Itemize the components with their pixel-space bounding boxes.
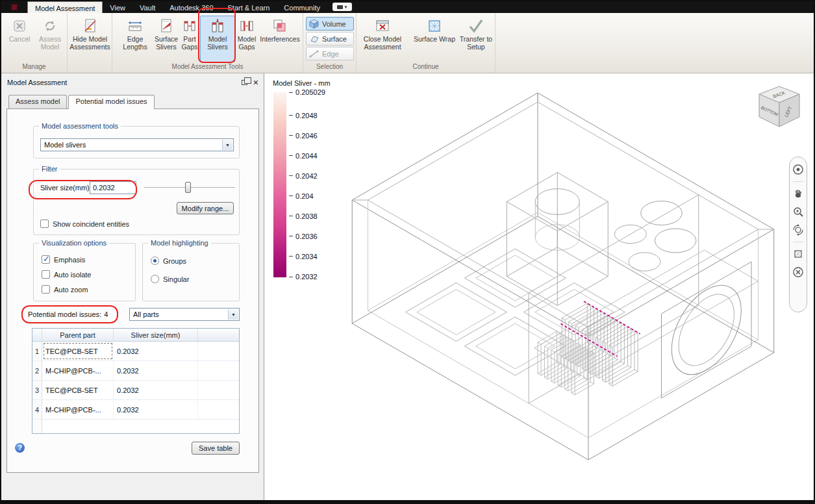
cell-parent-part[interactable]: TEC@PCB-SET xyxy=(42,342,114,360)
sliver-size-slider[interactable] xyxy=(144,182,235,193)
header-parent-part[interactable]: Parent part xyxy=(42,329,114,341)
save-table-button[interactable]: Save table xyxy=(192,442,240,455)
auto-zoom-checkbox[interactable] xyxy=(42,285,50,294)
emphasis-checkbox[interactable] xyxy=(42,255,50,264)
auto-isolate-checkbox[interactable] xyxy=(42,270,50,279)
sliver-size-input[interactable] xyxy=(90,181,136,194)
hide-model-assessments-button[interactable]: Hide Model Assessments xyxy=(69,16,111,62)
ribbon-tab-autodesk-360[interactable]: Autodesk 360 xyxy=(162,1,220,13)
cell-parent-part[interactable]: M-CHIP@PCB-... xyxy=(42,400,114,419)
cell-empty xyxy=(198,361,239,380)
show-coincident-checkbox[interactable] xyxy=(40,220,49,228)
panel-page: Model assessment tools Model slivers ▼ F… xyxy=(6,108,259,473)
ribbon: Cancel Assess Model Manage Hide Model As… xyxy=(1,13,814,73)
assessment-tool-dropdown[interactable]: Model slivers ▼ xyxy=(40,138,234,151)
navigation-wheel-icon[interactable] xyxy=(792,163,805,176)
ribbon-tab-community[interactable]: Community xyxy=(277,1,327,13)
surface-wrap-icon xyxy=(426,18,443,34)
ribbon-tab-start-learn[interactable]: Start & Learn xyxy=(221,1,277,13)
surface-slivers-icon xyxy=(158,18,175,34)
row-number: 3 xyxy=(32,381,42,399)
table-row[interactable]: 1TEC@PCB-SET0.2032 xyxy=(32,342,239,361)
slider-thumb[interactable] xyxy=(185,182,191,193)
table-row[interactable]: 2M-CHIP@PCB-...0.2032 xyxy=(32,361,239,381)
group-filter: Filter Sliver size(mm) Modify range... S… xyxy=(33,169,240,235)
model-gaps-button[interactable]: Model Gaps xyxy=(236,16,258,62)
application-button[interactable] xyxy=(1,1,27,13)
navigation-bar xyxy=(789,157,807,312)
cancel-icon xyxy=(11,18,28,34)
ribbon-tab-model-assessment[interactable]: Model Assessment xyxy=(27,1,103,13)
selection-volume-button[interactable]: Volume xyxy=(306,17,354,31)
ribbon-group-selection: Volume Surface Edge Selection xyxy=(303,13,357,73)
legend-tick: 0.2046 xyxy=(289,132,318,140)
surface-icon xyxy=(309,34,319,44)
cell-sliver-size: 0.2032 xyxy=(114,361,198,380)
view-cube[interactable]: BACK BOTTOM LEFT xyxy=(753,82,806,137)
volume-icon xyxy=(309,19,319,29)
app-window: Model Assessment View Vault Autodesk 360… xyxy=(0,0,815,504)
sliver-size-label: Sliver size(mm) xyxy=(40,184,90,192)
ribbon-display-options-button[interactable]: ▼ xyxy=(332,3,352,11)
legend-color-bar xyxy=(273,92,286,277)
header-sliver-size[interactable]: Sliver size(mm) xyxy=(114,329,198,341)
assess-model-button[interactable]: Assess Model xyxy=(35,16,65,62)
cell-parent-part[interactable]: M-CHIP@PCB-... xyxy=(42,361,114,380)
group-caption-selection: Selection xyxy=(305,63,355,71)
table-empty-area xyxy=(32,420,239,433)
potential-issues-summary: Potential model issues: 4 xyxy=(28,310,108,318)
pan-icon[interactable] xyxy=(792,187,805,200)
issues-count: 4 xyxy=(104,310,108,318)
ribbon-tab-vault[interactable]: Vault xyxy=(132,1,162,13)
selection-edge-button[interactable]: Edge xyxy=(306,47,354,60)
tab-assess-model[interactable]: Assess model xyxy=(8,95,67,108)
assess-model-icon xyxy=(42,18,58,34)
legend-ticks: 0.2050290.20480.20460.20440.20420.2040.2… xyxy=(289,92,341,277)
table-row[interactable]: 3TEC@PCB-SET0.2032 xyxy=(32,381,239,400)
edge-lengths-button[interactable]: Edge Lengths xyxy=(120,16,150,62)
float-panel-icon[interactable] xyxy=(242,80,247,85)
model-slivers-icon xyxy=(209,18,226,34)
group-model-highlighting: Model highlighting Groups Singular xyxy=(142,243,240,301)
show-coincident-label: Show coincident entities xyxy=(53,220,129,228)
cell-parent-part[interactable]: TEC@PCB-SET xyxy=(42,381,114,399)
panel-title: Model Assessment xyxy=(7,79,67,86)
surface-wrap-button[interactable]: Surface Wrap xyxy=(411,16,458,62)
cell-sliver-size: 0.2032 xyxy=(114,381,198,399)
wireframe-model[interactable] xyxy=(265,73,815,501)
surface-slivers-button[interactable]: Surface Slivers xyxy=(150,16,182,62)
legend-tick: 0.2044 xyxy=(289,152,318,160)
close-panel-icon[interactable]: × xyxy=(253,79,258,86)
orbit-icon[interactable] xyxy=(792,223,805,236)
group-visualization-options: Visualization options Emphasis Auto isol… xyxy=(33,243,136,301)
transfer-to-setup-button[interactable]: Transfer to Setup xyxy=(458,16,494,62)
close-model-assessment-button[interactable]: Close Model Assessment xyxy=(358,16,407,62)
zoom-icon[interactable] xyxy=(792,205,805,218)
help-icon[interactable]: ? xyxy=(15,443,25,453)
selection-surface-button[interactable]: Surface xyxy=(306,32,354,45)
table-row[interactable]: 4M-CHIP@PCB-...0.2032 xyxy=(32,400,239,420)
cell-sliver-size: 0.2032 xyxy=(114,400,198,419)
look-at-icon[interactable] xyxy=(792,247,805,260)
legend-tick: 0.2038 xyxy=(289,212,318,220)
part-gaps-button[interactable]: Part Gaps xyxy=(180,16,199,62)
close-icon[interactable] xyxy=(792,266,805,279)
ribbon-group-continue: Close Model Assessment Surface Wrap Tran… xyxy=(357,13,495,73)
ribbon-tab-view[interactable]: View xyxy=(103,1,132,13)
group-caption-continue: Continue xyxy=(358,63,494,71)
chevron-down-icon: ▼ xyxy=(222,140,232,150)
close-model-assessment-icon xyxy=(374,18,391,34)
table-header: Parent part Sliver size(mm) xyxy=(32,329,239,342)
viewport-3d[interactable]: Model Sliver - mm 0.2050290.20480.20460.… xyxy=(265,73,815,501)
interferences-button[interactable]: Interferences xyxy=(258,16,301,62)
cancel-button[interactable]: Cancel xyxy=(5,16,34,62)
panel-icon xyxy=(337,5,343,9)
singular-radio[interactable] xyxy=(151,275,159,283)
ribbon-tab-bar: Model Assessment View Vault Autodesk 360… xyxy=(1,1,814,13)
parts-filter-dropdown[interactable]: All parts ▼ xyxy=(129,308,240,321)
tab-potential-model-issues[interactable]: Potential model issues xyxy=(68,95,154,109)
groups-radio[interactable] xyxy=(151,257,159,265)
modify-range-button[interactable]: Modify range... xyxy=(177,202,234,214)
model-slivers-button[interactable]: Model Slivers xyxy=(200,16,235,62)
interferences-icon xyxy=(271,18,288,34)
